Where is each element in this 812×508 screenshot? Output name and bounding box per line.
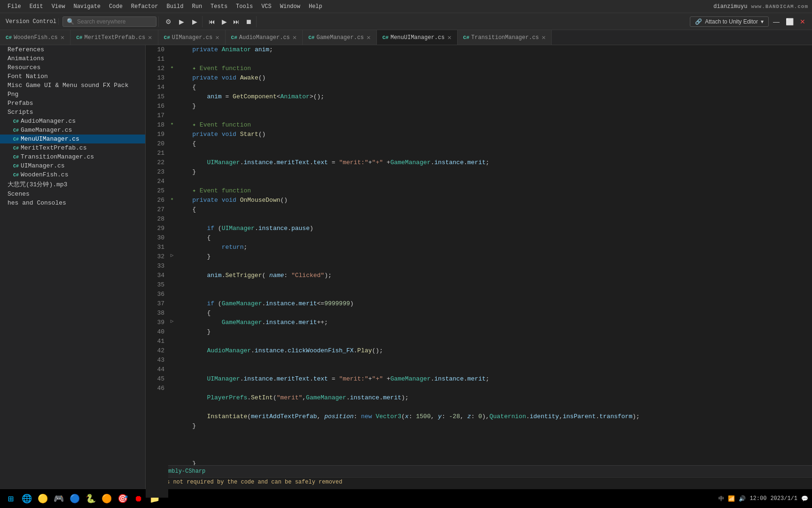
sidebar-item-misc[interactable]: Misc Game UI & Menu sound FX Pack: [0, 81, 145, 90]
taskbar-chrome-icon[interactable]: 🟡: [36, 492, 50, 506]
tab-menuuimanager[interactable]: C# MenuUIManager.cs ✕: [377, 30, 458, 45]
search-input[interactable]: [77, 18, 152, 25]
tab-woodenfish-close[interactable]: ✕: [61, 33, 64, 41]
taskbar-steam-icon[interactable]: 🎯: [116, 492, 130, 506]
tab-gamemanager-close[interactable]: ✕: [367, 33, 370, 41]
toolbar-settings-btn[interactable]: ⚙: [163, 16, 174, 27]
code-line-47: PlayerPrefs.SetInt("merit",GameManager.i…: [176, 393, 812, 403]
prev-btn[interactable]: ⏮: [206, 16, 218, 27]
watermark: www.BANDICAM.com: [751, 4, 808, 9]
ln-37: 37: [149, 299, 164, 309]
tab-menuuimanager-close[interactable]: ✕: [447, 33, 451, 41]
ln-44: 44: [149, 365, 164, 374]
toolbar-run-btn[interactable]: ▶: [189, 16, 200, 27]
menu-help[interactable]: Help: [305, 2, 326, 11]
ln-45: 45: [149, 374, 164, 384]
tab-audiomanager-label: AudioManager.cs: [239, 34, 290, 41]
code-line-24: [176, 177, 812, 186]
menu-refactor[interactable]: Refactor: [127, 2, 162, 11]
taskbar-python-icon[interactable]: 🐍: [84, 492, 98, 506]
cs-icon-1: C#: [6, 35, 12, 40]
menu-code[interactable]: Code: [105, 2, 126, 11]
menu-edit[interactable]: Edit: [26, 2, 47, 11]
tab-audiomanager-close[interactable]: ✕: [293, 33, 297, 41]
cs-badge-transitionmanager: C#: [13, 155, 19, 160]
menu-tests[interactable]: Tests: [207, 2, 231, 11]
menu-run[interactable]: Run: [188, 2, 206, 11]
next-btn[interactable]: ⏭: [231, 16, 242, 27]
taskbar-blender-icon[interactable]: 🟠: [100, 492, 114, 506]
play-btn[interactable]: ▶: [219, 16, 230, 27]
line-numbers: 10 11 12 13 14 15 16 17 18 19 20 21 22 2…: [146, 45, 168, 498]
tab-woodenfish-label: WoodenFish.cs: [14, 34, 58, 41]
sidebar-item-fontnation[interactable]: Font Nation: [0, 72, 145, 81]
sidebar-item-hesconsoles[interactable]: hes and Consoles: [0, 198, 145, 207]
sidebar-item-references[interactable]: References: [0, 45, 145, 54]
sidebar-item-merittextprefab[interactable]: C#MeritTextPrefab.cs: [0, 143, 145, 152]
sidebar-item-gamemanager[interactable]: C#GameManager.cs: [0, 126, 145, 135]
sidebar-item-mp3[interactable]: 大悲咒(31分钟).mp3: [0, 179, 145, 190]
taskbar-windows-icon[interactable]: ⊞: [4, 492, 18, 506]
tab-uimanager[interactable]: C# UIManager.cs ✕: [158, 30, 226, 45]
cs-icon-6: C#: [383, 35, 389, 40]
sidebar-item-audiomanager[interactable]: C#AudioManager.cs: [0, 117, 145, 126]
code-line-32: }: [176, 252, 812, 262]
sidebar-item-transitionmanager[interactable]: C#TransitionManager.cs: [0, 152, 145, 161]
tab-transitionmanager[interactable]: C# TransitionManager.cs ✕: [458, 30, 552, 45]
taskbar-browser-icon[interactable]: 🌐: [20, 492, 34, 506]
sidebar-item-animations[interactable]: Animations: [0, 54, 145, 63]
ln-20: 20: [149, 139, 164, 149]
menu-vcs[interactable]: VCS: [258, 2, 275, 11]
tab-gamemanager-label: GameManager.cs: [316, 34, 364, 41]
code-line-27: {: [176, 205, 812, 214]
tab-merittextprefab-close[interactable]: ✕: [148, 33, 152, 41]
tab-uimanager-close[interactable]: ✕: [215, 33, 219, 41]
menu-bar-right: dianzimuyu www.BANDICAM.com: [713, 3, 808, 10]
maximize-btn[interactable]: ⬜: [784, 16, 795, 27]
sidebar-item-png[interactable]: Png: [0, 90, 145, 99]
menu-tools[interactable]: Tools: [232, 2, 257, 11]
taskbar-record-icon[interactable]: ⏺: [132, 492, 146, 506]
code-line-42: AudioManager.instance.clickWoodenFish_FX…: [176, 346, 812, 356]
ln-30: 30: [149, 233, 164, 243]
ln-42: 42: [149, 346, 164, 356]
code-line-44: [176, 365, 812, 374]
menu-view[interactable]: View: [48, 2, 69, 11]
tab-transitionmanager-close[interactable]: ✕: [542, 33, 546, 41]
close-btn[interactable]: ✕: [797, 16, 808, 27]
sidebar-item-menuuimanager[interactable]: C#MenuUIManager.cs: [0, 135, 145, 143]
tab-merittextprefab[interactable]: C# MeritTextPrefab.cs ✕: [70, 30, 158, 45]
menu-window[interactable]: Window: [276, 2, 304, 11]
ln-24: 24: [149, 177, 164, 186]
code-line-23: }: [176, 167, 812, 177]
code-line-49: Instantiate(meritAddTextPrefab, position…: [176, 412, 812, 421]
sidebar-item-woodenfish[interactable]: C#WoodenFish.cs: [0, 170, 145, 179]
code-view[interactable]: 10 11 12 13 14 15 16 17 18 19 20 21 22 2…: [146, 45, 812, 498]
menu-build[interactable]: Build: [163, 2, 187, 11]
ln-14: 14: [149, 83, 164, 92]
tab-transitionmanager-label: TransitionManager.cs: [471, 34, 539, 41]
sidebar-item-uimanager[interactable]: C#UIManager.cs: [0, 161, 145, 170]
toolbar-build-btn[interactable]: ▶: [176, 16, 187, 27]
sidebar-item-scenes[interactable]: Scenes: [0, 190, 145, 198]
tab-woodenfish[interactable]: C# WoodenFish.cs ✕: [0, 30, 70, 45]
stop-btn[interactable]: ⏹: [243, 16, 254, 27]
attach-to-editor-btn[interactable]: 🔗 Attach to Unity Editor ▾: [690, 16, 769, 27]
taskbar-rider-icon[interactable]: 🔵: [68, 492, 82, 506]
sidebar-item-resources[interactable]: Resources: [0, 63, 145, 72]
sidebar-item-scripts[interactable]: Scripts: [0, 108, 145, 117]
menu-navigate[interactable]: Navigate: [70, 2, 104, 11]
minimize-btn[interactable]: —: [771, 16, 782, 27]
taskbar-unity-icon[interactable]: 🎮: [52, 492, 66, 506]
attach-label: Attach to Unity Editor: [705, 18, 758, 25]
code-line-45: UIManager.instance.meritText.text = "mer…: [176, 374, 812, 384]
tray-volume: 🔊: [739, 495, 746, 502]
editor-area[interactable]: 10 11 12 13 14 15 16 17 18 19 20 21 22 2…: [146, 45, 812, 498]
code-line-50: }: [176, 421, 812, 431]
tab-audiomanager[interactable]: C# AudioManager.cs ✕: [226, 30, 303, 45]
ln-22: 22: [149, 158, 164, 167]
search-bar[interactable]: 🔍: [62, 16, 156, 27]
menu-file[interactable]: File: [4, 2, 25, 11]
tab-gamemanager[interactable]: C# GameManager.cs ✕: [303, 30, 376, 45]
sidebar-item-prefabs[interactable]: Prefabs: [0, 99, 145, 108]
